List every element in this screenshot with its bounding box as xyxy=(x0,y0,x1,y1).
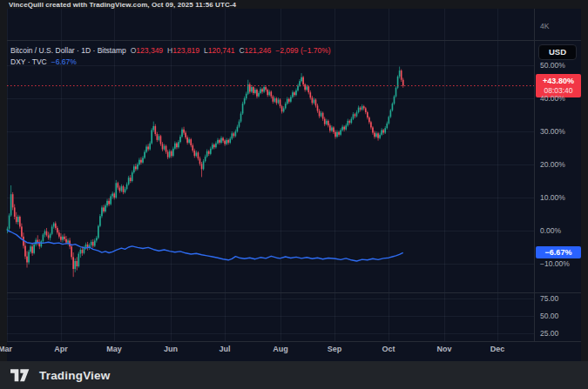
legend-row-dxy[interactable]: DXY · TVC−6.67% xyxy=(10,57,331,68)
price-axis-tick: 0.00% xyxy=(540,226,561,235)
footer-bar: TradingView xyxy=(0,361,588,389)
time-axis-month-label: Oct xyxy=(382,345,395,353)
change-value: −2,099 (−1.70%) xyxy=(275,46,330,55)
tradingview-logo-icon[interactable] xyxy=(10,369,31,382)
high-value: 123,819 xyxy=(172,46,199,55)
time-axis-month-label: Jun xyxy=(164,345,178,353)
close-value: 121,246 xyxy=(245,46,272,55)
time-axis-month-label: Nov xyxy=(436,345,451,353)
time-axis-month-label: May xyxy=(106,345,122,353)
tradingview-wordmark[interactable]: TradingView xyxy=(39,369,110,382)
price-axis[interactable]: 4K USD +43.80% 08:03:40 −6.67% 50.00%40.… xyxy=(534,9,581,341)
time-axis[interactable]: MarAprMayJunJulAugSepOctNovDec xyxy=(7,341,534,361)
price-axis-tick: −10.00% xyxy=(540,259,570,268)
price-axis-tick: 50.00% xyxy=(540,61,565,70)
compare-change-value: −6.67% xyxy=(51,57,77,66)
time-axis-month-label: Dec xyxy=(490,345,505,353)
time-axis-month-label: Aug xyxy=(273,345,288,353)
price-axis-tick: 20.00% xyxy=(540,160,565,169)
lower-pane-axis-tick: 50.00 xyxy=(540,312,558,320)
lower-pane-axis-tick: 25.00 xyxy=(540,329,558,338)
open-value: 123,349 xyxy=(136,46,163,55)
low-value: 120,741 xyxy=(208,46,235,55)
time-axis-month-label: Jul xyxy=(219,345,230,353)
time-axis-month-label: Mar xyxy=(0,345,12,353)
price-axis-tick: 30.00% xyxy=(540,127,565,136)
time-axis-month-label: Sep xyxy=(328,345,342,353)
currency-toggle-button[interactable]: USD xyxy=(538,44,577,60)
symbol-title: Bitcoin / U.S. Dollar · 1D · Bitstamp xyxy=(10,46,126,55)
price-axis-tick: 10.00% xyxy=(540,193,565,202)
attribution-text: VinceQuill created with TradingView.com,… xyxy=(9,0,236,10)
dxy-price-badge[interactable]: −6.67% xyxy=(536,246,581,258)
lower-pane-axis-tick: 75.00 xyxy=(540,294,558,303)
legend: Bitcoin / U.S. Dollar · 1D · BitstampO12… xyxy=(10,45,331,68)
price-axis-tick: 40.00% xyxy=(540,94,565,103)
tradingview-chart-widget: VinceQuill created with TradingView.com,… xyxy=(0,0,588,389)
compare-symbol-title: DXY · TVC xyxy=(10,57,47,66)
time-axis-month-label: Apr xyxy=(54,345,68,353)
btc-badge-value: +43.80% xyxy=(536,76,581,86)
volume-axis-tick: 4K xyxy=(540,22,549,30)
legend-row-btc[interactable]: Bitcoin / U.S. Dollar · 1D · BitstampO12… xyxy=(10,45,331,57)
